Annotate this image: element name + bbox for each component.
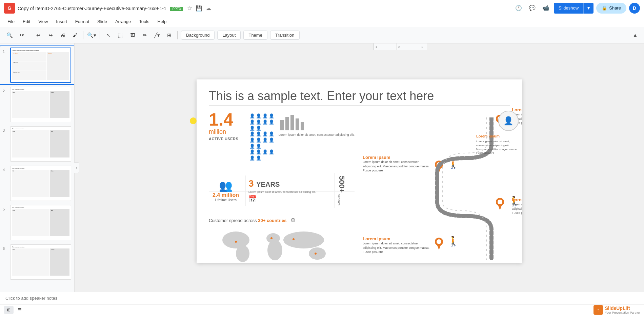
years-number: 3 [248,178,256,189]
svg-point-8 [267,240,282,260]
journey-item-4: Lorem Ipsum Lorem ipsum dolor sit amet, … [363,236,430,254]
menu-file[interactable]: File [4,18,18,25]
theme-button[interactable]: Theme [243,31,267,40]
person-icon: 👤 [256,119,261,125]
zoom-button[interactable]: 🔍▾ [86,30,97,41]
slide-number-1: 1 [3,48,8,54]
menu-help[interactable]: Help [154,18,170,25]
undo-button[interactable]: ↩ [33,30,44,41]
chart-description: Lorem ipsum dolor sit amet, consectetuer… [279,133,355,136]
countries-section: Customer spread across 30+ countries ⊕ [209,214,355,256]
slideuplift-tagline: Your Presentation Partner [605,311,640,314]
comment-icon[interactable]: 💬 [527,3,538,14]
profile-circle: 👤 [498,111,519,131]
paint-format-button[interactable]: 🖌 [69,30,80,41]
slide-item-3[interactable]: 3 This is a sample text. Data Path [0,125,74,163]
menu-slide[interactable]: Slide [94,18,110,25]
person-icon: 👤 [249,144,255,149]
slide-canvas[interactable]: This is a sample text. Enter your text h… [197,79,522,263]
select-button[interactable]: ↖ [103,30,114,41]
list-view-button[interactable]: ☰ [15,306,24,314]
slideuplift-logo: ↑ SlideUpLift Your Presentation Partner [593,305,640,315]
line-button[interactable]: ╱▾ [152,30,162,41]
journey-title-2: Lorem Ipsum [363,155,430,160]
person-icon: 👤 [269,119,274,125]
svg-rect-1 [285,117,289,130]
svg-point-9 [283,231,324,248]
person-icon: 👤 [269,149,274,154]
lifetime-number: 2.4 million [213,192,239,198]
canvas-wrapper[interactable]: This is a sample text. Enter your text h… [190,50,529,292]
cloud-icon[interactable]: ☁ [206,5,211,11]
slideshow-dropdown-button[interactable]: ▼ [583,3,593,14]
select-box-button[interactable]: ⬚ [115,30,126,41]
menu-arrange[interactable]: Arrange [112,18,134,25]
history-icon[interactable]: 🕐 [513,3,524,14]
slide-thumb-2[interactable]: This is a sample text. Stats Journey [10,87,71,122]
background-button[interactable]: Background [181,31,215,40]
person-icon: 👤 [256,149,261,154]
slideshow-button[interactable]: Slideshow [554,3,583,14]
grid-view-button[interactable]: ⊞ [4,306,14,314]
toolbar-separator-2 [83,31,83,39]
slide-thumb-4[interactable]: This is a sample text. Info Route [10,166,71,201]
person-icon: 👤 [249,126,255,131]
lock-icon: 🔒 [602,5,607,11]
people-row-3: 👤 👤 👤 👤 👤 👤 [249,149,275,161]
notes-bar[interactable]: Click to add speaker notes [0,292,644,304]
svg-point-6 [236,245,249,262]
slide-item-5[interactable]: 5 This is a sample text. Users Map [0,204,74,242]
profile-icon: 👤 [503,116,514,126]
app-logo: G [4,3,15,14]
slide-item-6[interactable]: 6 This is a sample text. Chart Journey [0,243,74,281]
person-icon: 👤 [269,137,274,143]
lifetime-label: Lifetime Users [215,198,237,202]
menu-format[interactable]: Format [72,18,93,25]
active-users-label: ACTIVE USERS [209,137,246,141]
layout-button[interactable]: Layout [217,31,241,40]
search-button[interactable]: 🔍 [4,30,15,41]
video-icon[interactable]: 📹 [540,3,551,14]
panel-toggle[interactable]: ‹ [74,162,79,173]
star-icon[interactable]: ☆ [187,5,193,12]
print-button[interactable]: 🖨 [57,30,68,41]
slide-thumb-6[interactable]: This is a sample text. Chart Journey [10,244,71,280]
person-icon: 👤 [269,131,274,136]
textbox-button[interactable]: ⊞ [164,30,175,41]
person-icon: 👤 [256,126,261,131]
zoom-in-button[interactable]: +▾ [16,30,27,41]
slide-number-4: 4 [3,166,8,172]
vendors-label: Vendors [337,194,341,205]
toolbar-separator-3 [100,31,100,39]
slide-thumb-5[interactable]: This is a sample text. Users Map [10,205,71,240]
chevron-up-icon[interactable]: ▲ [630,31,640,40]
save-icon[interactable]: 💾 [196,5,202,11]
shapes-button[interactable]: ✏ [139,30,150,41]
menu-edit[interactable]: Edit [19,18,34,25]
slide-thumb-1[interactable]: This is a sample text. Enter your text h… [10,48,71,83]
image-button[interactable]: 🖼 [127,30,138,41]
menu-view[interactable]: View [35,18,51,25]
svg-point-14 [315,253,317,255]
redo-button[interactable]: ↪ [45,30,56,41]
slide-thumb-3[interactable]: This is a sample text. Data Path [10,126,71,162]
transition-button[interactable]: Transition [270,31,300,40]
ruler-mark: -1 [373,43,397,50]
user-avatar[interactable]: D [629,3,640,14]
slide-item-1[interactable]: 1 This is a sample text. Enter your text… [0,46,74,84]
person-icon-gray: 👤 [256,155,261,161]
countries-text: Customer spread across 30+ countries ⊕ [209,216,355,224]
journey-item-2: Lorem Ipsum Lorem ipsum dolor sit amet, … [363,155,430,173]
person-icon: 👤 [249,137,255,143]
menu-insert[interactable]: Insert [53,18,71,25]
toolbar-separator-4 [177,31,178,39]
ruler-mark: 1 [420,43,427,50]
slide-item-2[interactable]: 2 This is a sample text. Stats Journey [0,86,74,124]
slide-number-5: 5 [3,205,8,211]
editor-area: -1 0 1 2 3 4 5 6 7 8 9 10 11 12 13 This … [75,43,644,292]
slide-item-4[interactable]: 4 This is a sample text. Info Route [0,164,74,202]
active-users-unit: million [209,128,246,135]
view-toggle: ⊞ ☰ [4,306,24,314]
share-button[interactable]: 🔒 Share [596,3,626,14]
menu-tools[interactable]: Tools [136,18,153,25]
